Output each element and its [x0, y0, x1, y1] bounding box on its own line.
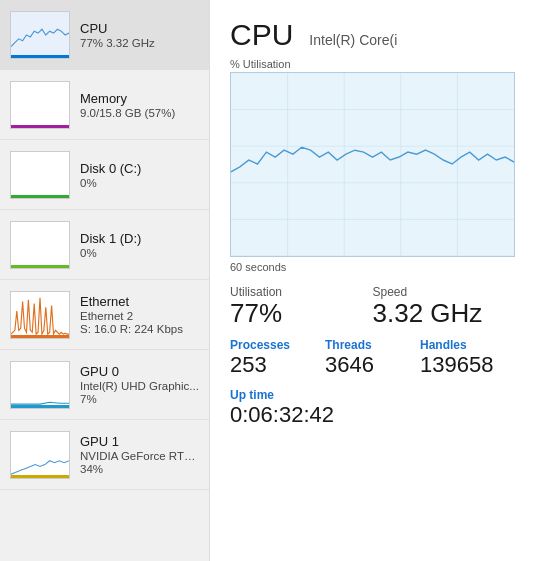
ethernet-thumbnail — [10, 291, 70, 339]
ethernet-detail2: S: 16.0 R: 224 Kbps — [80, 323, 199, 335]
speed-label: Speed — [373, 285, 516, 299]
gpu1-detail1: NVIDIA GeForce RTX... — [80, 450, 199, 462]
disk0-detail: 0% — [80, 177, 199, 189]
gpu0-thumbnail — [10, 361, 70, 409]
gpu0-detail1: Intel(R) UHD Graphic... — [80, 380, 199, 392]
gpu0-info: GPU 0 Intel(R) UHD Graphic... 7% — [80, 364, 199, 405]
uptime-block: Up time 0:06:32:42 — [230, 388, 515, 428]
sidebar-item-disk1[interactable]: Disk 1 (D:) 0% — [0, 210, 209, 280]
disk1-thumbnail — [10, 221, 70, 269]
sidebar-item-gpu0[interactable]: GPU 0 Intel(R) UHD Graphic... 7% — [0, 350, 209, 420]
gpu0-detail2: 7% — [80, 393, 199, 405]
processes-block: Processes 253 — [230, 338, 325, 378]
utilisation-label: Utilisation — [230, 285, 373, 299]
threads-value: 3646 — [325, 352, 420, 378]
gpu1-name: GPU 1 — [80, 434, 199, 449]
processes-value: 253 — [230, 352, 325, 378]
uptime-label: Up time — [230, 388, 515, 402]
gpu1-thumbnail — [10, 431, 70, 479]
gpu1-info: GPU 1 NVIDIA GeForce RTX... 34% — [80, 434, 199, 475]
uptime-value: 0:06:32:42 — [230, 402, 515, 428]
memory-detail: 9.0/15.8 GB (57%) — [80, 107, 199, 119]
chart-time-label: 60 seconds — [230, 261, 515, 273]
sidebar-item-disk0[interactable]: Disk 0 (C:) 0% — [0, 140, 209, 210]
speed-block: Speed 3.32 GHz — [373, 285, 516, 328]
cpu-detail: 77% 3.32 GHz — [80, 37, 199, 49]
main-header: CPU Intel(R) Core(i — [230, 18, 515, 52]
speed-value: 3.32 GHz — [373, 299, 516, 328]
sidebar-item-gpu1[interactable]: GPU 1 NVIDIA GeForce RTX... 34% — [0, 420, 209, 490]
ethernet-detail1: Ethernet 2 — [80, 310, 199, 322]
ethernet-name: Ethernet — [80, 294, 199, 309]
utilisation-block: Utilisation 77% — [230, 285, 373, 328]
sidebar-item-ethernet[interactable]: Ethernet Ethernet 2 S: 16.0 R: 224 Kbps — [0, 280, 209, 350]
memory-thumbnail — [10, 81, 70, 129]
sidebar: CPU 77% 3.32 GHz Memory 9.0/15.8 GB (57%… — [0, 0, 210, 561]
disk0-name: Disk 0 (C:) — [80, 161, 199, 176]
cpu-name: CPU — [80, 21, 199, 36]
sidebar-item-memory[interactable]: Memory 9.0/15.8 GB (57%) — [0, 70, 209, 140]
cpu-thumbnail — [10, 11, 70, 59]
disk1-detail: 0% — [80, 247, 199, 259]
threads-label: Threads — [325, 338, 420, 352]
cpu-chart — [230, 72, 515, 257]
gpu0-name: GPU 0 — [80, 364, 199, 379]
cpu-info: CPU 77% 3.32 GHz — [80, 21, 199, 49]
stats-row-1: Utilisation 77% Speed 3.32 GHz — [230, 285, 515, 328]
main-subtitle: Intel(R) Core(i — [309, 32, 397, 48]
disk1-info: Disk 1 (D:) 0% — [80, 231, 199, 259]
handles-value: 139658 — [420, 352, 515, 378]
handles-block: Handles 139658 — [420, 338, 515, 378]
main-title: CPU — [230, 18, 293, 52]
memory-info: Memory 9.0/15.8 GB (57%) — [80, 91, 199, 119]
gpu1-detail2: 34% — [80, 463, 199, 475]
chart-label: % Utilisation — [230, 58, 515, 70]
disk0-thumbnail — [10, 151, 70, 199]
utilisation-value: 77% — [230, 299, 373, 328]
stats-row-2: Processes 253 Threads 3646 Handles 13965… — [230, 338, 515, 378]
processes-label: Processes — [230, 338, 325, 352]
disk1-name: Disk 1 (D:) — [80, 231, 199, 246]
ethernet-info: Ethernet Ethernet 2 S: 16.0 R: 224 Kbps — [80, 294, 199, 335]
memory-name: Memory — [80, 91, 199, 106]
main-panel: CPU Intel(R) Core(i % Utilisation 60 sec… — [210, 0, 535, 561]
handles-label: Handles — [420, 338, 515, 352]
threads-block: Threads 3646 — [325, 338, 420, 378]
disk0-info: Disk 0 (C:) 0% — [80, 161, 199, 189]
sidebar-item-cpu[interactable]: CPU 77% 3.32 GHz — [0, 0, 209, 70]
